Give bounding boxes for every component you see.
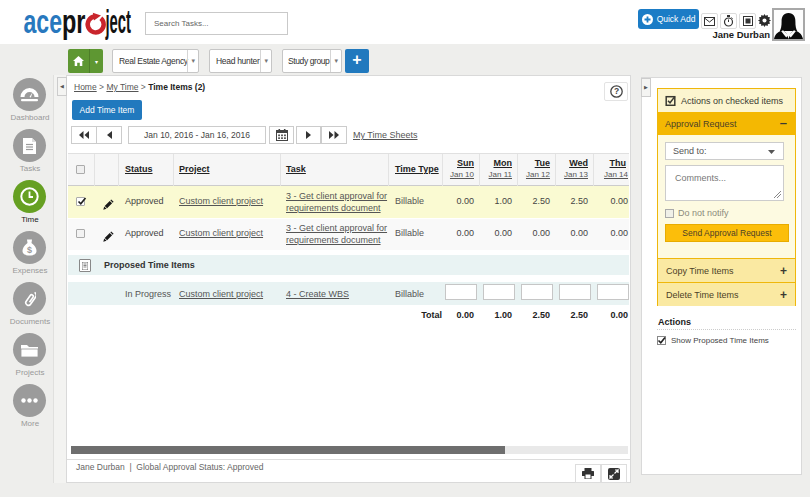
- svg-text:$: $: [27, 245, 32, 255]
- svg-text:pr: pr: [62, 2, 86, 40]
- svg-text:ject: ject: [105, 2, 131, 40]
- svg-text:ace: ace: [24, 2, 63, 40]
- svg-text:?: ?: [613, 86, 618, 96]
